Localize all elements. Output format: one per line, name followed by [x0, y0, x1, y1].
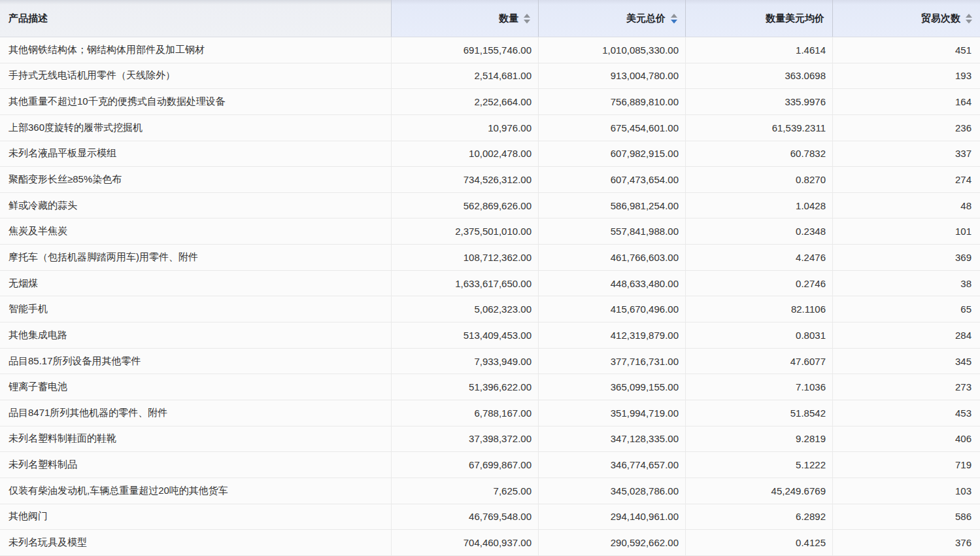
avg-unit-price-cell: 1.0428 [685, 193, 832, 219]
trade-count-cell: 65 [832, 296, 980, 322]
table-header: 产品描述 数量 美元总价 数量美元均价 贸易次数 [0, 0, 980, 37]
column-header-quantity[interactable]: 数量 [391, 0, 538, 37]
usd-total-cell: 586,981,254.00 [538, 193, 685, 219]
trade-count-cell: 38 [832, 271, 980, 297]
column-header-trade-count[interactable]: 贸易次数 [832, 0, 980, 37]
usd-total-cell: 557,841,988.00 [538, 218, 685, 245]
sort-icon[interactable] [671, 14, 677, 24]
usd-total-cell: 913,004,780.00 [538, 63, 685, 90]
product-description-cell: 鲜或冷藏的蒜头 [0, 193, 391, 219]
product-description-cell: 其他重量不超过10千克的便携式自动数据处理设备 [0, 89, 391, 115]
trade-count-cell: 193 [832, 63, 980, 90]
usd-total-cell: 365,099,155.00 [538, 374, 685, 400]
quantity-cell: 67,699,867.00 [391, 452, 538, 478]
avg-unit-price-cell: 0.2348 [685, 218, 832, 245]
avg-unit-price-cell: 51.8542 [685, 400, 832, 426]
trade-count-cell: 369 [832, 245, 980, 271]
product-description-cell: 焦炭及半焦炭 [0, 218, 391, 245]
quantity-cell: 2,514,681.00 [391, 63, 538, 90]
table-body: 其他钢铁结构体；钢结构体用部件及加工钢材691,155,746.001,010,… [0, 37, 980, 556]
trade-products-table: 产品描述 数量 美元总价 数量美元均价 贸易次数 其他钢铁结构体；钢结构体用部件… [0, 0, 980, 556]
product-description-cell: 品目8471所列其他机器的零件、附件 [0, 400, 391, 426]
product-description-cell: 无烟煤 [0, 271, 391, 297]
product-description-cell: 摩托车（包括机器脚踏两用车)用零件、附件 [0, 245, 391, 271]
trade-count-cell: 345 [832, 349, 980, 375]
quantity-cell: 562,869,626.00 [391, 193, 538, 219]
usd-total-cell: 347,128,335.00 [538, 426, 685, 453]
trade-count-cell: 274 [832, 167, 980, 193]
trade-count-cell: 103 [832, 478, 980, 504]
quantity-cell: 691,155,746.00 [391, 37, 538, 63]
trade-count-cell: 453 [832, 400, 980, 426]
product-description-cell: 手持式无线电话机用零件（天线除外） [0, 63, 391, 90]
product-description-cell: 未列名液晶平板显示模组 [0, 141, 391, 167]
trade-count-cell: 586 [832, 504, 980, 530]
sort-icon[interactable] [966, 14, 972, 24]
avg-unit-price-cell: 0.2746 [685, 271, 832, 297]
column-header-avg-unit-price: 数量美元均价 [685, 0, 832, 37]
trade-count-cell: 376 [832, 530, 980, 556]
quantity-cell: 513,409,453.00 [391, 322, 538, 349]
trade-count-cell: 273 [832, 374, 980, 400]
usd-total-cell: 415,670,496.00 [538, 296, 685, 322]
sort-icon[interactable] [524, 14, 530, 24]
product-description-cell: 未列名塑料制鞋面的鞋靴 [0, 426, 391, 453]
quantity-cell: 37,398,372.00 [391, 426, 538, 453]
usd-total-cell: 675,454,601.00 [538, 115, 685, 141]
usd-total-cell: 346,774,657.00 [538, 452, 685, 478]
product-description-cell: 其他钢铁结构体；钢结构体用部件及加工钢材 [0, 37, 391, 63]
trade-count-cell: 101 [832, 218, 980, 245]
column-header-usd-total[interactable]: 美元总价 [538, 0, 685, 37]
avg-unit-price-cell: 363.0698 [685, 63, 832, 90]
usd-total-cell: 461,766,603.00 [538, 245, 685, 271]
trade-count-cell: 451 [832, 37, 980, 63]
trade-count-cell: 164 [832, 89, 980, 115]
avg-unit-price-cell: 0.4125 [685, 530, 832, 556]
product-description-cell: 未列名塑料制品 [0, 452, 391, 478]
quantity-cell: 6,788,167.00 [391, 400, 538, 426]
usd-total-cell: 607,982,915.00 [538, 141, 685, 167]
column-label: 数量 [499, 12, 518, 25]
product-description-cell: 其他阀门 [0, 504, 391, 530]
quantity-cell: 10,002,478.00 [391, 141, 538, 167]
quantity-cell: 7,625.00 [391, 478, 538, 504]
usd-total-cell: 351,994,719.00 [538, 400, 685, 426]
avg-unit-price-cell: 0.8031 [685, 322, 832, 349]
quantity-cell: 2,252,664.00 [391, 89, 538, 115]
avg-unit-price-cell: 7.1036 [685, 374, 832, 400]
column-label: 数量美元均价 [766, 12, 824, 25]
usd-total-cell: 607,473,654.00 [538, 167, 685, 193]
product-description-cell: 其他集成电路 [0, 322, 391, 349]
quantity-cell: 5,062,323.00 [391, 296, 538, 322]
avg-unit-price-cell: 6.2892 [685, 504, 832, 530]
usd-total-cell: 756,889,810.00 [538, 89, 685, 115]
trade-count-cell: 284 [832, 322, 980, 349]
column-label: 贸易次数 [921, 12, 960, 25]
quantity-cell: 1,633,617,650.00 [391, 271, 538, 297]
product-description-cell: 仅装有柴油发动机,车辆总重量超过20吨的其他货车 [0, 478, 391, 504]
quantity-cell: 704,460,937.00 [391, 530, 538, 556]
quantity-cell: 7,933,949.00 [391, 349, 538, 375]
usd-total-cell: 412,319,879.00 [538, 322, 685, 349]
trade-count-cell: 337 [832, 141, 980, 167]
quantity-cell: 734,526,312.00 [391, 167, 538, 193]
avg-unit-price-cell: 9.2819 [685, 426, 832, 453]
column-label: 产品描述 [8, 12, 48, 25]
usd-total-cell: 377,716,731.00 [538, 349, 685, 375]
avg-unit-price-cell: 61,539.2311 [685, 115, 832, 141]
product-description-cell: 品目85.17所列设备用其他零件 [0, 349, 391, 375]
product-description-cell: 未列名玩具及模型 [0, 530, 391, 556]
column-label: 美元总价 [626, 12, 666, 25]
avg-unit-price-cell: 335.9976 [685, 89, 832, 115]
avg-unit-price-cell: 47.6077 [685, 349, 832, 375]
quantity-cell: 2,375,501,010.00 [391, 218, 538, 245]
usd-total-cell: 1,010,085,330.00 [538, 37, 685, 63]
trade-count-cell: 48 [832, 193, 980, 219]
product-description-cell: 智能手机 [0, 296, 391, 322]
trade-count-cell: 236 [832, 115, 980, 141]
quantity-cell: 46,769,548.00 [391, 504, 538, 530]
avg-unit-price-cell: 45,249.6769 [685, 478, 832, 504]
usd-total-cell: 448,633,480.00 [538, 271, 685, 297]
quantity-cell: 10,976.00 [391, 115, 538, 141]
product-description-cell: 上部360度旋转的履带式挖掘机 [0, 115, 391, 141]
